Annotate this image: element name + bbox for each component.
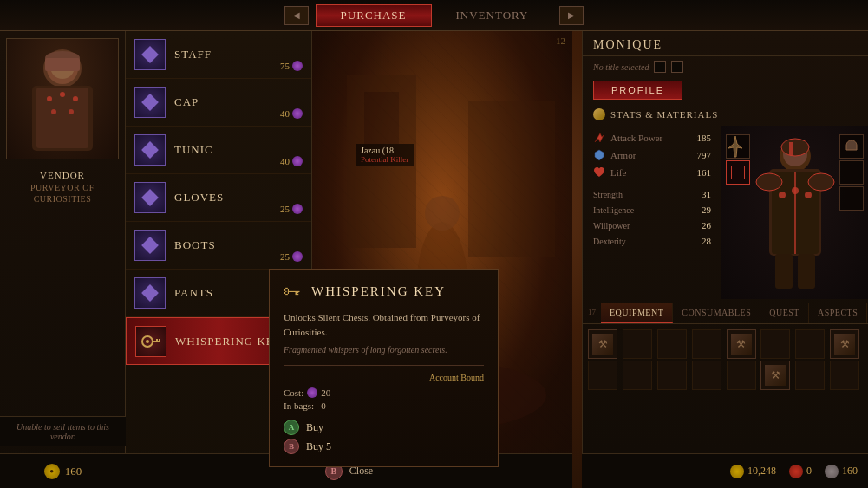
- inv-slot-1[interactable]: [623, 329, 652, 359]
- item-price-label: 40: [280, 156, 303, 166]
- shop-item-cap[interactable]: CAP40: [126, 79, 311, 127]
- inv-slot-8[interactable]: [588, 361, 617, 390]
- inv-item-icon-13: ⚒: [765, 365, 786, 386]
- inv-slot-12[interactable]: [727, 361, 756, 390]
- nav-right-btn[interactable]: ▶: [559, 6, 584, 25]
- equip-slot-chest[interactable]: [839, 160, 864, 185]
- stat-willpower: Willpower 26: [583, 218, 721, 233]
- profile-button[interactable]: PROFILE: [593, 81, 682, 100]
- tooltip-bags-row: In bags: 0: [284, 400, 484, 411]
- shop-item-gloves[interactable]: GLOVES25: [126, 174, 311, 222]
- inv-slot-5[interactable]: [760, 329, 790, 359]
- svg-point-35: [779, 192, 786, 198]
- tab-left-num: 17: [583, 303, 601, 323]
- item-icon-3: [134, 182, 166, 213]
- equip-slot-helm[interactable]: [839, 134, 864, 159]
- inv-slot-13[interactable]: ⚒: [760, 361, 790, 390]
- top-navigation: ◀ PURCHASE INVENTORY ▶: [0, 0, 868, 31]
- stats-header-icon: [593, 108, 605, 120]
- vendor-gold-bar: ● 160: [0, 453, 126, 488]
- item-icon-1: [134, 87, 166, 118]
- character-panel: MONIQUE No title selected PROFILE Stats …: [582, 31, 868, 453]
- svg-rect-19: [364, 92, 399, 144]
- char-model-area: [721, 126, 868, 299]
- attack-icon: [593, 132, 605, 144]
- inv-item-icon-7: ⚒: [834, 334, 855, 355]
- title-dot-2: [671, 61, 683, 73]
- stats-list: Attack Power 185 Armor 797 Life 161: [583, 126, 721, 299]
- vendor-label: VENDOR: [40, 170, 85, 180]
- inv-slot-4[interactable]: ⚒: [727, 329, 756, 359]
- gold-currency-icon: [730, 465, 744, 478]
- price-gem-icon: [292, 251, 303, 262]
- item-diamond-icon: [141, 237, 159, 254]
- vendor-figure-svg: [15, 42, 110, 155]
- svg-rect-34: [789, 142, 793, 155]
- price-gem-icon: [292, 204, 303, 214]
- svg-point-9: [73, 96, 78, 101]
- vendor-sublabel: PURVEYOR OFCURIOSITIES: [30, 182, 95, 205]
- item-price-label: 25: [280, 204, 303, 214]
- svg-point-28: [756, 173, 782, 191]
- player-subtitle: Potential Killer: [361, 155, 408, 164]
- svg-point-11: [69, 109, 74, 114]
- inv-slot-0[interactable]: ⚒: [588, 329, 617, 359]
- vendor-cannot-sell: Unable to sell items to this vendor.: [0, 416, 126, 446]
- item-price-label: 40: [280, 108, 303, 119]
- item-icon-0: [134, 39, 166, 70]
- svg-point-29: [808, 173, 834, 191]
- player-name: Jazau (18: [361, 146, 408, 155]
- inventory-section: 17 Equipment Consumables Quest Aspects ⚒…: [583, 303, 868, 395]
- item-price-label: 25: [280, 251, 303, 262]
- inv-slot-11[interactable]: [692, 361, 721, 390]
- equip-slot-weapon[interactable]: [726, 134, 750, 159]
- svg-point-10: [51, 109, 56, 114]
- title-dot-1: [654, 61, 666, 73]
- tooltip-divider: [284, 365, 484, 366]
- tab-equipment[interactable]: Equipment: [601, 303, 673, 323]
- tab-consumables[interactable]: Consumables: [673, 303, 760, 323]
- svg-point-36: [792, 187, 799, 194]
- equip-slot-ring1[interactable]: [839, 186, 864, 211]
- inv-slot-10[interactable]: [657, 361, 687, 390]
- stats-header: Stats & Materials: [583, 103, 868, 126]
- inv-slot-9[interactable]: [623, 361, 652, 390]
- svg-point-8: [60, 92, 65, 97]
- purchase-tab[interactable]: PURCHASE: [316, 4, 432, 27]
- tooltip-actions: A Buy B Buy 5: [284, 420, 484, 454]
- shop-item-boots[interactable]: BOOTS25: [126, 222, 311, 270]
- currency-gold: 10,248: [730, 465, 776, 478]
- svg-point-13: [146, 340, 149, 343]
- inventory-tab[interactable]: INVENTORY: [432, 5, 553, 26]
- nav-left-btn[interactable]: ◀: [284, 6, 309, 25]
- inv-slot-2[interactable]: [657, 329, 687, 359]
- inv-slot-14[interactable]: [795, 361, 825, 390]
- inv-item-icon-4: ⚒: [731, 334, 752, 355]
- buy-button[interactable]: A Buy: [284, 420, 484, 435]
- stat-dexterity: Dexterity 28: [583, 233, 721, 249]
- shop-item-staff[interactable]: STAFF75: [126, 31, 311, 79]
- inv-item-icon-0: ⚒: [592, 334, 613, 355]
- tab-aspects[interactable]: Aspects: [809, 303, 867, 323]
- key-icon: 🗝: [284, 282, 303, 302]
- inv-slot-7[interactable]: ⚒: [830, 329, 859, 359]
- equip-slot-offhand[interactable]: [726, 160, 750, 185]
- item-diamond-icon: [141, 284, 159, 302]
- char-body-area: Attack Power 185 Armor 797 Life 161: [583, 126, 868, 299]
- player-name-tag: Jazau (18 Potential Killer: [356, 144, 414, 166]
- inv-slot-6[interactable]: [795, 329, 825, 359]
- currency-gray: 160: [825, 465, 858, 478]
- inv-slot-3[interactable]: [692, 329, 721, 359]
- svg-rect-6: [45, 58, 80, 71]
- tooltip-bound: Account Bound: [284, 373, 484, 382]
- svg-point-7: [47, 96, 52, 101]
- stat-life: Life 161: [583, 164, 721, 181]
- shop-item-tunic[interactable]: TUNIC40: [126, 127, 311, 174]
- item-price-label: 75: [280, 61, 303, 71]
- gray-currency-icon: [825, 465, 839, 478]
- item-name-label: CAP: [174, 95, 303, 109]
- buy5-button[interactable]: B Buy 5: [284, 439, 484, 454]
- tab-quest[interactable]: Quest: [760, 303, 809, 323]
- item-icon-5: [134, 277, 166, 309]
- inv-slot-15[interactable]: [830, 361, 859, 390]
